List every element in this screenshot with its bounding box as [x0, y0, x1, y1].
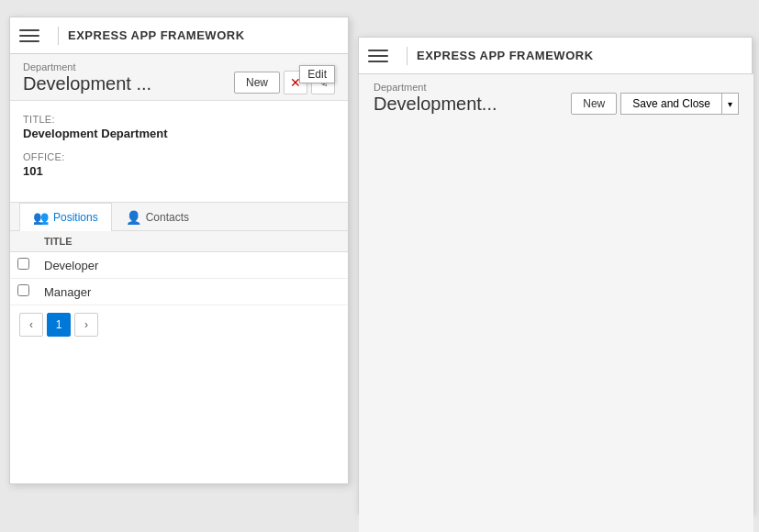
header-separator	[58, 27, 59, 45]
pagination: ‹ 1 ›	[10, 305, 348, 344]
new-button-2[interactable]: New	[571, 93, 617, 115]
tabs-bar: 👥 Positions 👤 Contacts	[10, 203, 348, 231]
save-close-button[interactable]: Save and Close	[620, 93, 721, 115]
row-checkbox[interactable]	[10, 252, 37, 279]
panel2-subheader: Department Development... New Save and C…	[359, 74, 753, 532]
subheader-info-2: Department Development...	[374, 82, 497, 115]
office-value: 101	[23, 164, 335, 178]
page-1-button[interactable]: 1	[47, 313, 71, 337]
row-title: Developer	[37, 252, 348, 279]
col-checkbox	[10, 231, 37, 252]
subheader-buttons-2: New Save and Close ▾	[571, 93, 739, 115]
row-title: Manager	[37, 279, 348, 305]
title-label: TITLE:	[23, 114, 335, 125]
panel1-tabs-container: 👥 Positions 👤 Contacts TITLE	[10, 202, 348, 344]
office-label: OFFICE:	[23, 151, 335, 162]
positions-table: TITLE Developer Manager	[10, 231, 348, 305]
positions-icon: 👥	[33, 210, 49, 225]
edit-tooltip: Edit	[299, 65, 335, 83]
panel1-content: TITLE: Development Department OFFICE: 10…	[10, 101, 348, 196]
department-title: Development ...	[23, 73, 151, 94]
subheader-info: Department Development ...	[23, 61, 151, 94]
app-title: EXPRESS APP FRAMEWORK	[68, 28, 245, 42]
row-checkbox[interactable]	[10, 279, 37, 305]
department-label-2: Department	[374, 82, 497, 93]
save-close-dropdown[interactable]: ▾	[721, 93, 739, 115]
table-row: Developer	[10, 252, 348, 279]
contacts-icon: 👤	[126, 210, 141, 225]
app-title-2: EXPRESS APP FRAMEWORK	[417, 49, 594, 62]
panel-view: EXPRESS APP FRAMEWORK Edit Department De…	[9, 17, 349, 484]
tab-positions[interactable]: 👥 Positions	[19, 203, 112, 231]
subheader-row: Department Development ... New ✕ ✎	[23, 61, 335, 94]
panel1-subheader: Department Development ... New ✕ ✎	[10, 54, 348, 101]
prev-page-button[interactable]: ‹	[19, 313, 43, 337]
title-value: Development Department	[23, 127, 335, 140]
table-row: Manager	[10, 279, 348, 305]
header-separator-2	[407, 47, 407, 65]
tab-positions-label: Positions	[53, 211, 98, 224]
panel2-header: EXPRESS APP FRAMEWORK	[359, 38, 752, 74]
row-checkbox-input[interactable]	[17, 284, 29, 296]
hamburger-menu-2[interactable]	[368, 46, 388, 66]
department-label: Department	[23, 61, 151, 72]
panel-edit: EXPRESS APP FRAMEWORK Department Develop…	[358, 37, 753, 514]
panel1-header: EXPRESS APP FRAMEWORK	[10, 17, 348, 54]
new-button[interactable]: New	[234, 72, 280, 94]
save-close-split-btn: Save and Close ▾	[620, 93, 739, 115]
department-title-2: Development...	[374, 94, 497, 115]
hamburger-menu[interactable]	[19, 26, 39, 46]
subheader-row-2: Department Development... New Save and C…	[374, 82, 739, 115]
next-page-button[interactable]: ›	[74, 313, 98, 337]
tab-contacts[interactable]: 👤 Contacts	[112, 203, 203, 231]
col-title: TITLE	[37, 231, 348, 252]
row-checkbox-input[interactable]	[17, 258, 29, 270]
tab-contacts-label: Contacts	[146, 211, 189, 224]
